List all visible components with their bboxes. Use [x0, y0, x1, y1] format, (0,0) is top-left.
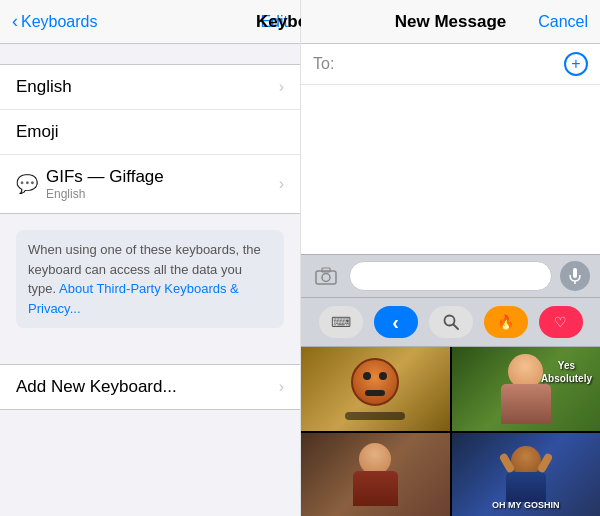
right-panel: New Message Cancel To: + ⌨ ‹ [300, 0, 600, 516]
message-body [301, 85, 600, 254]
message-title: New Message [395, 12, 507, 32]
emoji-label: Emoji [16, 122, 59, 142]
gif-4-overlay-text: OH MY GOSHIN [452, 500, 601, 510]
gif-2-overlay-text: YesAbsolutely [541, 359, 592, 385]
english-label: English [16, 77, 72, 97]
gif-item-1[interactable] [301, 347, 450, 431]
back-tab-button[interactable]: ‹ [374, 306, 418, 338]
add-keyboard-section: Add New Keyboard... › [0, 364, 300, 410]
svg-rect-3 [573, 268, 577, 278]
giffage-label: GIFs — Giffage [46, 167, 164, 187]
giffage-keyboard-item[interactable]: 💬 GIFs — Giffage English › [0, 155, 300, 213]
privacy-notice: When using one of these keyboards, the k… [16, 230, 284, 328]
giffage-text-block: GIFs — Giffage English [46, 167, 164, 201]
left-panel: ‹ Keyboards Keyboards Edit English › Emo… [0, 0, 300, 516]
chevron-right-icon: › [279, 78, 284, 96]
giffage-item-left: 💬 GIFs — Giffage English [16, 167, 164, 201]
message-nav-bar: New Message Cancel [301, 0, 600, 44]
message-text-input[interactable] [349, 261, 552, 291]
to-field: To: + [301, 44, 600, 85]
back-label: Keyboards [21, 13, 98, 31]
add-keyboard-label: Add New Keyboard... [16, 377, 177, 397]
speech-bubble-icon: 💬 [16, 173, 38, 195]
svg-point-1 [322, 274, 330, 282]
mic-button[interactable] [560, 261, 590, 291]
keyboards-nav-bar: ‹ Keyboards Keyboards Edit [0, 0, 300, 44]
giffage-sublabel: English [46, 187, 164, 201]
gif-item-3[interactable] [301, 433, 450, 517]
gif-toolbar: ⌨ ‹ 🔥 ♡ [301, 297, 600, 347]
back-button[interactable]: ‹ Keyboards [12, 11, 98, 32]
search-tab-button[interactable] [429, 306, 473, 338]
chevron-right-add-icon: › [279, 378, 284, 396]
emoji-keyboard-item[interactable]: Emoji [0, 110, 300, 155]
cancel-button[interactable]: Cancel [538, 13, 588, 31]
gif-grid: YesAbsolutely OH MY GOSHIN [301, 347, 600, 516]
svg-line-6 [453, 325, 458, 330]
favorites-tab-button[interactable]: ♡ [539, 306, 583, 338]
trending-tab-button[interactable]: 🔥 [484, 306, 528, 338]
gif-item-2[interactable]: YesAbsolutely [452, 347, 601, 431]
to-label: To: [313, 55, 334, 73]
add-keyboard-item[interactable]: Add New Keyboard... › [0, 365, 300, 409]
chevron-left-icon: ‹ [12, 11, 18, 32]
keyboard-tab-button[interactable]: ⌨ [319, 306, 363, 338]
english-keyboard-item[interactable]: English › [0, 65, 300, 110]
add-recipient-button[interactable]: + [564, 52, 588, 76]
gif-item-4[interactable]: OH MY GOSHIN [452, 433, 601, 517]
keyboard-list: English › Emoji 💬 GIFs — Giffage English… [0, 64, 300, 214]
keyboard-toolbar [301, 254, 600, 297]
camera-button[interactable] [311, 261, 341, 291]
to-input[interactable] [340, 55, 556, 73]
chevron-right-icon-giffage: › [279, 175, 284, 193]
privacy-link[interactable]: About Third-Party Keyboards & Privacy... [28, 281, 239, 316]
